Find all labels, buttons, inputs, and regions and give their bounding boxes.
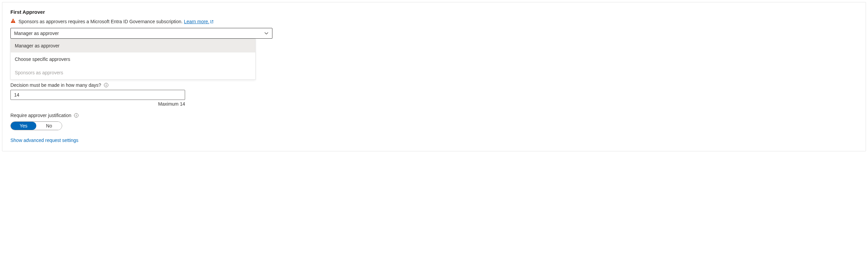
approver-dropdown-wrap: Manager as approver Manager as approver … [10, 28, 272, 39]
svg-rect-3 [106, 85, 106, 86]
justification-toggle: Yes No [10, 121, 62, 130]
decision-days-helper: Maximum 14 [10, 101, 185, 107]
svg-rect-7 [76, 114, 76, 115]
svg-rect-6 [76, 115, 76, 116]
dropdown-option-sponsors: Sponsors as approvers [11, 66, 255, 79]
dropdown-option-manager[interactable]: Manager as approver [11, 39, 255, 53]
warning-icon [10, 18, 16, 25]
warning-text: Sponsors as approvers requires a Microso… [19, 19, 214, 24]
subscription-warning-row: Sponsors as approvers requires a Microso… [10, 18, 858, 25]
svg-rect-1 [13, 22, 13, 23]
chevron-down-icon [264, 31, 269, 36]
svg-rect-4 [106, 84, 106, 84]
learn-more-label: Learn more. [184, 19, 209, 24]
info-icon[interactable] [74, 113, 79, 118]
svg-rect-0 [13, 20, 13, 22]
section-title: First Approver [10, 9, 858, 15]
justification-label: Require approver justification [10, 113, 71, 118]
justification-label-row: Require approver justification [10, 113, 858, 118]
learn-more-link[interactable]: Learn more. [184, 19, 214, 24]
justification-yes[interactable]: Yes [11, 122, 36, 130]
info-icon[interactable] [104, 83, 108, 87]
first-approver-panel: First Approver Sponsors as approvers req… [2, 2, 866, 151]
decision-days-label-row: Decision must be made in how many days? [10, 82, 858, 88]
approver-dropdown-value: Manager as approver [14, 31, 59, 36]
decision-days-label: Decision must be made in how many days? [10, 82, 101, 88]
approver-dropdown[interactable]: Manager as approver [10, 28, 272, 39]
show-advanced-link[interactable]: Show advanced request settings [10, 138, 78, 143]
justification-no[interactable]: No [36, 122, 62, 130]
approver-dropdown-list: Manager as approver Choose specific appr… [10, 39, 256, 80]
warning-text-content: Sponsors as approvers requires a Microso… [19, 19, 184, 24]
external-link-icon [210, 20, 214, 24]
advanced-settings-row: Show advanced request settings [10, 138, 858, 143]
decision-days-input[interactable] [10, 90, 185, 100]
dropdown-option-specific[interactable]: Choose specific approvers [11, 53, 255, 66]
